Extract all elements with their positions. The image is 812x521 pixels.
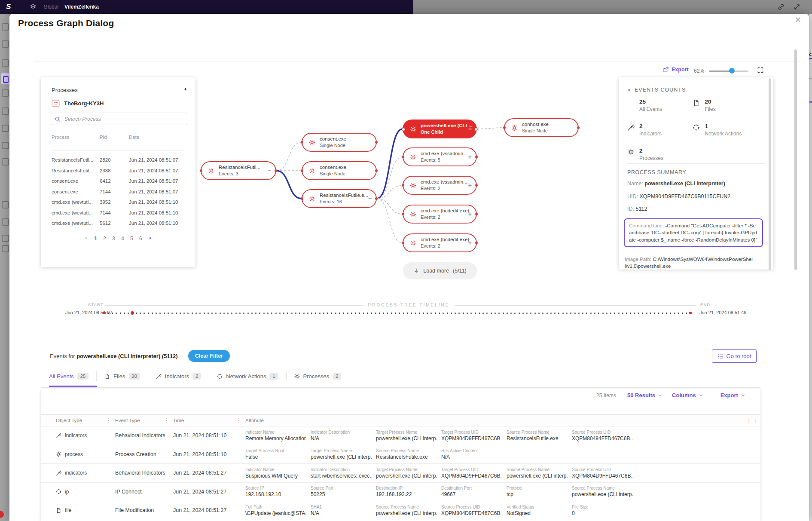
timeline-dot[interactable]	[371, 313, 372, 314]
event-row[interactable]: ip IP Connect Jun 21, 2024 08:51:27 Sour…	[41, 483, 760, 502]
process-node-powershell[interactable]: powershell.exe (CLI ...One Child −	[403, 120, 477, 138]
timeline-dot[interactable]	[411, 313, 412, 314]
timeline-dot[interactable]	[220, 313, 221, 314]
timeline-dot[interactable]	[395, 313, 396, 314]
timeline-dot[interactable]	[192, 313, 193, 314]
next-page-icon[interactable]	[148, 236, 153, 242]
timeline-dot[interactable]	[522, 313, 524, 314]
timeline-dot[interactable]	[180, 313, 181, 314]
timeline-dot[interactable]	[550, 313, 552, 314]
timeline-dot[interactable]	[108, 313, 109, 314]
process-node-conhost[interactable]: conhost.exeSingle Node	[504, 118, 579, 137]
timeline-dot[interactable]	[670, 313, 671, 314]
timeline-dot[interactable]	[650, 313, 651, 314]
timeline-dot[interactable]	[578, 313, 580, 314]
timeline-dot[interactable]	[116, 313, 117, 314]
timeline-dot[interactable]	[689, 312, 692, 314]
timeline-dot[interactable]	[323, 313, 324, 314]
timeline-dot[interactable]	[208, 313, 209, 314]
timeline-dot[interactable]	[136, 313, 137, 314]
process-node-consent2[interactable]: consent.exeSingle Node	[302, 161, 377, 180]
header-event-type[interactable]: Event Type⋮	[115, 417, 173, 424]
timeline-dot[interactable]	[654, 313, 655, 314]
timeline-dot[interactable]	[375, 313, 376, 314]
expand-node-icon[interactable]: +	[468, 239, 472, 246]
timeline-dot[interactable]	[283, 313, 284, 314]
timeline-dot[interactable]	[168, 313, 169, 314]
timeline-dot[interactable]	[646, 313, 647, 314]
timeline-dot[interactable]	[295, 313, 296, 314]
stat-files[interactable]: 20Files	[693, 99, 765, 112]
timeline-dot[interactable]	[554, 313, 556, 314]
timeline-dot[interactable]	[176, 313, 177, 314]
tab-all-events[interactable]: All Events25	[49, 371, 97, 381]
prev-page-icon[interactable]	[84, 236, 88, 242]
timeline-dot[interactable]	[152, 313, 153, 314]
timeline-dot[interactable]	[662, 313, 663, 314]
page-6[interactable]: 6	[139, 236, 142, 242]
graph-scrollbar[interactable]	[769, 78, 771, 270]
timeline-dot[interactable]	[335, 313, 336, 314]
timeline-dot[interactable]	[379, 313, 380, 314]
timeline-dot[interactable]	[271, 313, 272, 314]
timeline-dot[interactable]	[239, 313, 241, 314]
timeline-dot[interactable]	[447, 313, 448, 314]
page-1[interactable]: 1	[94, 236, 97, 242]
process-list-row[interactable]: ResistanceIsFutil...2388Jun 21, 2024 08:…	[52, 165, 185, 176]
process-list-row[interactable]: ResistanceIsFutil...2820Jun 21, 2024 08:…	[52, 155, 185, 165]
columns-dropdown[interactable]: Columns	[672, 392, 703, 398]
process-node-cmd3[interactable]: cmd.exe (bcdedit.exe)Events: 2 +	[403, 205, 477, 224]
timeline-dot[interactable]	[534, 313, 536, 314]
timeline-dot[interactable]	[674, 313, 675, 314]
timeline-dot[interactable]	[495, 313, 496, 314]
timeline-dot[interactable]	[103, 312, 106, 314]
timeline-dot[interactable]	[455, 313, 456, 314]
timeline-dot[interactable]	[407, 313, 408, 314]
timeline-dot[interactable]	[427, 313, 428, 314]
tab-network-actions[interactable]: Network Actions1	[209, 371, 286, 381]
timeline-dot[interactable]	[666, 313, 667, 314]
event-row[interactable]: indicators Behavioral Indicators Jun 21,…	[41, 464, 760, 483]
timeline-dot[interactable]	[443, 313, 444, 314]
timeline-dot[interactable]	[514, 313, 516, 314]
process-list-row[interactable]: cmd.exe (wevtuti...7144Jun 21, 2024 08:5…	[52, 208, 185, 218]
timeline-dot[interactable]	[590, 313, 592, 314]
process-list-row[interactable]: consent.exe7144Jun 21, 2024 08:51:07	[52, 187, 185, 197]
timeline-dot[interactable]	[363, 313, 364, 314]
timeline-dot[interactable]	[423, 313, 424, 314]
timeline-dot[interactable]	[626, 313, 627, 314]
timeline-dot[interactable]	[355, 313, 356, 314]
timeline-dot[interactable]	[164, 313, 165, 314]
timeline-dot[interactable]	[498, 313, 500, 314]
process-list-row[interactable]: cmd.exe (wevtuti...5612Jun 21, 2024 08:5…	[52, 218, 185, 229]
timeline-dot[interactable]	[519, 313, 520, 314]
collapse-node-icon[interactable]: −	[468, 126, 472, 132]
timeline-dot[interactable]	[598, 313, 599, 314]
timeline-dot[interactable]	[199, 313, 201, 314]
collapse-node-icon[interactable]: −	[368, 195, 372, 202]
event-row[interactable]: indicators Behavioral Indicators Jun 21,…	[41, 426, 760, 445]
timeline-dot[interactable]	[419, 313, 420, 314]
command-line-box[interactable]: Command Line: -Command "Get-ADComputer -…	[624, 218, 763, 247]
timeline-dot[interactable]	[303, 313, 305, 314]
event-row[interactable]: file File Modification Jun 21, 2024 08:5…	[41, 501, 760, 520]
timeline-dot[interactable]	[383, 313, 384, 314]
timeline-dot[interactable]	[351, 313, 352, 314]
timeline-dot[interactable]	[215, 313, 217, 314]
timeline-dot[interactable]	[399, 313, 400, 314]
timeline-dot[interactable]	[475, 313, 476, 314]
event-row[interactable]: process Process Creation Jun 21, 2024 08…	[41, 445, 760, 464]
timeline-dot[interactable]	[315, 313, 316, 314]
timeline-dot[interactable]	[403, 313, 404, 314]
timeline-dot[interactable]	[223, 313, 225, 314]
timeline-dot[interactable]	[634, 313, 635, 314]
timeline-dot[interactable]	[594, 313, 595, 314]
timeline-dot[interactable]	[510, 313, 512, 314]
expand-node-icon[interactable]: +	[468, 211, 472, 218]
timeline-dot[interactable]	[610, 313, 611, 314]
timeline-dot[interactable]	[171, 313, 173, 314]
timeline-dot[interactable]	[267, 313, 269, 314]
timeline-dot[interactable]	[339, 313, 340, 314]
page-5[interactable]: 5	[130, 236, 133, 242]
timeline-dot[interactable]	[618, 313, 620, 314]
